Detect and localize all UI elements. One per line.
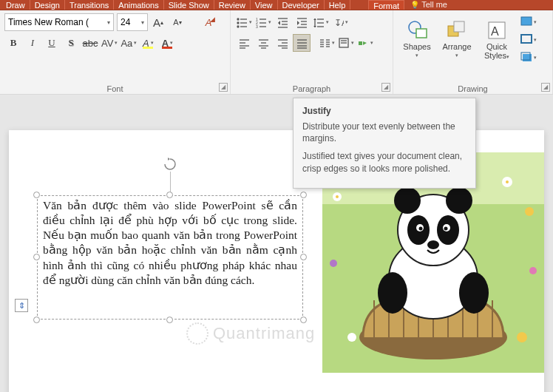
font-color-button[interactable]: A bbox=[158, 34, 176, 52]
svg-text:↧A: ↧A bbox=[334, 18, 344, 28]
font-group-label: Font bbox=[0, 84, 230, 93]
bullets-button[interactable] bbox=[235, 13, 253, 31]
slide-canvas[interactable]: Justify Distribute your text evenly betw… bbox=[0, 95, 553, 392]
line-spacing-button[interactable] bbox=[312, 13, 330, 31]
svg-point-72 bbox=[330, 260, 337, 267]
justify-icon bbox=[296, 38, 308, 49]
highlight-button[interactable]: A bbox=[139, 34, 157, 52]
tell-me-box[interactable]: Tell me bbox=[410, 0, 447, 10]
shape-effects-icon bbox=[520, 52, 534, 64]
chevron-down-icon: ▾ bbox=[141, 19, 144, 26]
text-box[interactable]: Văn bản được thêm vào slide PowerPoint s… bbox=[37, 195, 303, 320]
fontcolor-swatch bbox=[162, 47, 172, 49]
columns-icon bbox=[319, 38, 330, 49]
svg-point-71 bbox=[517, 332, 527, 342]
svg-point-99 bbox=[444, 227, 448, 231]
shapes-icon bbox=[406, 18, 428, 42]
chevron-down-icon: ▾ bbox=[455, 53, 458, 58]
resize-handle-e[interactable] bbox=[300, 254, 307, 260]
italic-button[interactable]: I bbox=[24, 34, 41, 52]
tab-help[interactable]: Help bbox=[325, 0, 351, 10]
quick-styles-icon: A bbox=[486, 18, 507, 42]
char-spacing-button[interactable]: AV bbox=[101, 34, 118, 52]
resize-handle-n[interactable] bbox=[166, 192, 173, 198]
font-dialog-launcher[interactable]: ◢ bbox=[219, 83, 228, 92]
shrink-font-button[interactable]: A▾ bbox=[169, 13, 186, 31]
drawing-dialog-launcher[interactable]: ◢ bbox=[541, 83, 550, 92]
align-center-button[interactable] bbox=[254, 34, 272, 52]
paragraph-group: 123 ↧A bbox=[231, 10, 393, 94]
grow-font-button[interactable]: A▴ bbox=[149, 13, 167, 31]
resize-handle-nw[interactable] bbox=[33, 192, 40, 198]
tab-slideshow[interactable]: Slide Show bbox=[164, 0, 214, 10]
text-shadow-button[interactable]: S bbox=[62, 34, 80, 52]
shape-fill-icon bbox=[520, 16, 534, 28]
chevron-down-icon: ▾ bbox=[107, 19, 110, 26]
clear-formatting-button[interactable]: A◢ bbox=[200, 13, 217, 31]
change-case-button[interactable]: Aa bbox=[120, 34, 138, 52]
text-direction-button[interactable]: ↧A bbox=[331, 13, 349, 31]
resize-handle-ne[interactable] bbox=[300, 192, 307, 198]
shape-outline-button[interactable]: ▾ bbox=[520, 32, 537, 48]
tab-review[interactable]: Review bbox=[214, 0, 251, 10]
resize-handle-sw[interactable] bbox=[33, 317, 40, 323]
smartart-icon bbox=[358, 38, 369, 49]
bold-button[interactable]: B bbox=[4, 34, 22, 52]
tab-transitions[interactable]: Transitions bbox=[65, 0, 114, 10]
quick-styles-button[interactable]: A Quick Styles▾ bbox=[478, 13, 516, 67]
justify-button[interactable] bbox=[293, 34, 311, 52]
svg-point-73 bbox=[529, 267, 537, 274]
svg-rect-53 bbox=[416, 29, 427, 38]
ribbon-tabs: Draw Design Transitions Animations Slide… bbox=[0, 0, 553, 10]
shapes-button[interactable]: Shapes ▾ bbox=[398, 13, 436, 67]
tab-developer[interactable]: Developer bbox=[278, 0, 325, 10]
font-size-combo[interactable]: 24 ▾ bbox=[117, 13, 148, 31]
numbering-button[interactable]: 123 bbox=[254, 13, 272, 31]
svg-text:3: 3 bbox=[256, 24, 258, 28]
arrange-button[interactable]: Arrange ▾ bbox=[438, 13, 476, 67]
align-left-button[interactable] bbox=[235, 34, 253, 52]
line-spacing-icon bbox=[313, 17, 325, 28]
tab-view[interactable]: View bbox=[251, 0, 278, 10]
ribbon: Times New Roman ( ▾ 24 ▾ A▴ A▾ A◢ B I U … bbox=[0, 10, 553, 95]
align-text-icon bbox=[339, 38, 350, 49]
resize-handle-s[interactable] bbox=[166, 317, 173, 323]
strikethrough-button[interactable]: abc bbox=[81, 34, 99, 52]
svg-rect-59 bbox=[521, 35, 532, 43]
tab-animations[interactable]: Animations bbox=[114, 0, 163, 10]
svg-point-0 bbox=[237, 18, 239, 20]
svg-point-2 bbox=[237, 22, 239, 24]
shape-fill-button[interactable]: ▾ bbox=[520, 14, 537, 30]
font-name-combo[interactable]: Times New Roman ( ▾ bbox=[4, 13, 114, 31]
arrange-icon bbox=[447, 18, 467, 42]
svg-point-65 bbox=[336, 195, 339, 198]
svg-rect-51 bbox=[359, 41, 362, 45]
svg-point-92 bbox=[394, 187, 421, 214]
tab-draw[interactable]: Draw bbox=[1, 0, 30, 10]
paragraph-group-label: Paragraph bbox=[231, 84, 393, 93]
align-right-button[interactable] bbox=[274, 34, 291, 52]
watermark: Quantrimang bbox=[186, 322, 315, 345]
resize-handle-se[interactable] bbox=[300, 317, 307, 323]
tab-design[interactable]: Design bbox=[30, 0, 65, 10]
highlight-swatch bbox=[143, 47, 153, 49]
smartart-button[interactable] bbox=[356, 34, 374, 52]
rotate-stem bbox=[170, 172, 171, 192]
font-name-value: Times New Roman ( bbox=[8, 17, 89, 27]
svg-point-93 bbox=[446, 187, 472, 214]
columns-button[interactable] bbox=[318, 34, 336, 52]
paragraph-dialog-launcher[interactable]: ◢ bbox=[381, 83, 390, 92]
shape-effects-button[interactable]: ▾ bbox=[520, 50, 537, 66]
increase-indent-button[interactable] bbox=[293, 13, 311, 31]
decrease-indent-button[interactable] bbox=[274, 13, 291, 31]
resize-handle-w[interactable] bbox=[33, 254, 40, 260]
svg-point-100 bbox=[427, 240, 439, 249]
tab-format[interactable]: Format bbox=[368, 0, 404, 10]
underline-button[interactable]: U bbox=[43, 34, 61, 52]
autofit-options-button[interactable]: ⇕ bbox=[15, 299, 28, 312]
text-box-border[interactable] bbox=[37, 195, 303, 320]
drawing-group: Shapes ▾ Arrange ▾ A Quick Styles▾ ▾ ▾ bbox=[393, 10, 553, 94]
svg-point-97 bbox=[419, 227, 423, 231]
align-text-button[interactable] bbox=[337, 34, 355, 52]
rotate-handle[interactable] bbox=[163, 157, 177, 172]
